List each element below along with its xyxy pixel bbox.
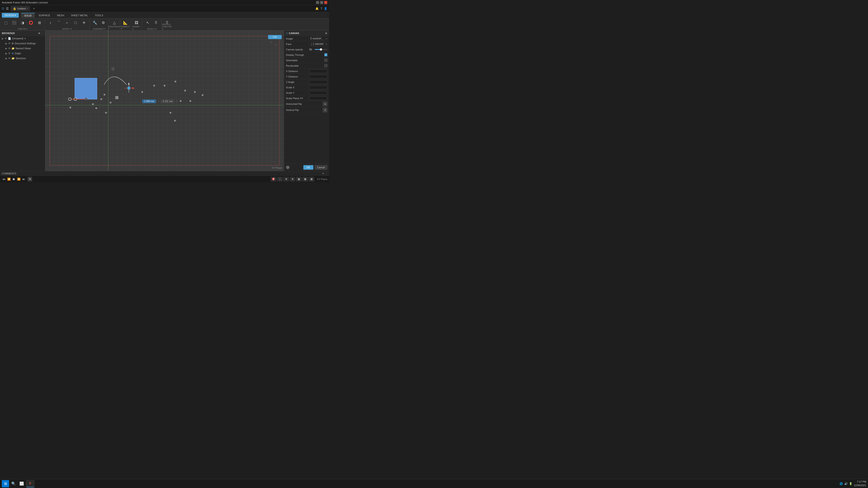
- select-btn[interactable]: ↖: [144, 18, 152, 27]
- display-through-label: Display Through: [286, 54, 304, 56]
- handle-left[interactable]: [68, 98, 71, 101]
- x-dim-options[interactable]: ⋮: [157, 99, 160, 103]
- playback-stop[interactable]: ⏹: [12, 177, 16, 181]
- dimension-x-input[interactable]: -2.909 mm ⋮ -0.101 mm ⋮: [143, 99, 179, 103]
- tab-mesh[interactable]: MESH: [54, 13, 67, 18]
- browser-item-named-views[interactable]: ▶ 👁 📁 Named Views: [0, 46, 45, 51]
- comments-collapse-icon[interactable]: ⋮: [325, 172, 327, 175]
- grid-button[interactable]: ▦: [303, 177, 308, 182]
- browser-header: BROWSER ◀ ⋮: [0, 31, 45, 36]
- assemble-btn1[interactable]: 🔧: [91, 18, 99, 27]
- image-file-ref[interactable]: 🗒 result.brf ...: [309, 37, 325, 40]
- info-icon[interactable]: ⓘ: [286, 166, 289, 169]
- canvas-panel-icon: ◻: [286, 32, 288, 35]
- y-distance-input[interactable]: -0.101 mm: [309, 75, 327, 78]
- display-through-checkbox[interactable]: [324, 53, 327, 56]
- browser-collapse-icon[interactable]: ◀: [38, 32, 40, 35]
- renderable-checkbox[interactable]: [324, 64, 327, 67]
- pattern-button[interactable]: ⊞: [35, 18, 43, 27]
- panel-row-scale-x: Scale X 1.00: [284, 85, 329, 90]
- press-pull-button[interactable]: ↕: [46, 18, 55, 27]
- insert-label: INSERT ▾: [132, 26, 141, 30]
- vertical-flip-button[interactable]: ⇕: [323, 108, 327, 112]
- handle-center[interactable]: [85, 98, 87, 100]
- playback-first[interactable]: ⏮: [2, 177, 6, 181]
- tab-tools[interactable]: TOOLS: [92, 13, 106, 18]
- select-dropdown[interactable]: ⠿: [152, 18, 160, 27]
- browser-item-sketches[interactable]: ▶ 👁 📁 Sketches: [0, 56, 45, 61]
- fillet-button[interactable]: ⌒: [55, 18, 63, 27]
- tab-solid[interactable]: SOLID: [21, 13, 35, 18]
- comments-settings-icon[interactable]: ●: [322, 172, 324, 175]
- collaboration-icon[interactable]: 🔔: [315, 7, 319, 10]
- close-button[interactable]: ×: [324, 1, 327, 4]
- dot-5: [105, 112, 107, 113]
- braille-label: BRAILLE CREATOR ▾: [162, 23, 172, 30]
- playback-next[interactable]: ⏩: [17, 177, 21, 181]
- x-distance-field[interactable]: -2.909 mm: [143, 100, 156, 103]
- expand-arrow-origin: ▶: [5, 52, 7, 55]
- red-constraint-line: [71, 99, 85, 99]
- y-distance-field[interactable]: -0.101 mm: [161, 100, 175, 103]
- construct-section: △ CONSTRUCT ▾: [110, 20, 120, 29]
- browser-more-icon[interactable]: ⋮: [41, 32, 43, 35]
- browser-item-unsaved[interactable]: ▶ 👁 📄 (Unsaved) ●: [0, 36, 45, 41]
- scale-button[interactable]: ✛: [80, 18, 88, 27]
- document-tab[interactable]: 🔒 Untitled ×: [11, 6, 30, 11]
- scale-plane-xy-input[interactable]: 1.00: [309, 96, 327, 100]
- display-mode-button[interactable]: □: [277, 177, 283, 182]
- face-clear-icon[interactable]: ×: [326, 43, 327, 45]
- view-cube-top[interactable]: TOP: [268, 35, 282, 39]
- hole-button[interactable]: ⭕: [27, 18, 35, 27]
- panel-row-display-through: Display Through: [284, 52, 329, 58]
- scale-x-input[interactable]: 1.00: [309, 86, 327, 89]
- x-distance-input[interactable]: -2.909 mm: [309, 69, 327, 73]
- dot-10: [175, 80, 176, 83]
- grid-snap-button[interactable]: 🎯: [271, 177, 276, 182]
- orbit-button[interactable]: ⊕: [283, 177, 289, 182]
- minimize-button[interactable]: ─: [316, 1, 319, 4]
- gear-icon-doc-settings: ⚙: [11, 42, 14, 45]
- selectable-checkbox[interactable]: [324, 59, 327, 62]
- add-tab-button[interactable]: +: [33, 6, 35, 11]
- horizontal-flip-button[interactable]: ⇔: [323, 102, 327, 106]
- move-widget[interactable]: [122, 81, 135, 95]
- zoom-button[interactable]: ⊕: [290, 177, 295, 182]
- scale-y-input[interactable]: 1.00: [309, 91, 327, 95]
- browser-item-document-settings[interactable]: ▶ 👁 ⚙ Document Settings: [0, 41, 45, 46]
- environment-button[interactable]: ▦: [309, 177, 314, 182]
- image-clear-icon[interactable]: ×: [326, 37, 327, 40]
- cancel-button[interactable]: Cancel: [315, 165, 327, 170]
- browser-item-origin[interactable]: ▶ 👁 ⊕ Origin: [0, 51, 45, 56]
- menu-icon-hamburger[interactable]: ☰: [6, 7, 9, 10]
- z-angle-input[interactable]: 0.0 deg: [309, 80, 327, 84]
- new-component-button[interactable]: ⬚: [2, 18, 10, 27]
- playback-last[interactable]: ⏭: [22, 177, 26, 181]
- chamfer-button[interactable]: ⌐: [63, 18, 71, 27]
- panel-expand-icon[interactable]: ▶: [326, 32, 327, 35]
- extrude-button[interactable]: ⬛: [10, 18, 18, 27]
- timeline-icon[interactable]: ⊞: [28, 177, 32, 182]
- ok-button[interactable]: OK: [303, 165, 313, 170]
- tab-sheet-metal[interactable]: SHEET METAL: [68, 13, 91, 18]
- canvas-viewport[interactable]: -2.909 mm ⋮ -0.101 mm ⋮ TOP Z←: [45, 31, 284, 171]
- y-dim-options[interactable]: ⋮: [176, 99, 179, 103]
- revolve-button[interactable]: ◑: [19, 18, 27, 27]
- face-selected-text: 1 selected: [313, 43, 323, 45]
- user-icon[interactable]: 👤: [324, 7, 327, 10]
- design-dropdown[interactable]: DESIGN ▾: [2, 13, 19, 18]
- assemble-btn2[interactable]: ⚙: [99, 18, 107, 27]
- shell-button[interactable]: □: [71, 18, 80, 27]
- help-icon[interactable]: ?: [320, 7, 322, 10]
- face-selected-badge: ◻ 1 selected: [309, 42, 325, 46]
- maximize-button[interactable]: □: [320, 1, 323, 4]
- opacity-thumb[interactable]: [320, 48, 322, 51]
- view-cube[interactable]: TOP Z← →Y: [268, 35, 282, 46]
- scale-x-label: Scale X: [286, 86, 294, 89]
- document-tab-close[interactable]: ×: [26, 7, 28, 10]
- tab-surface[interactable]: SURFACE: [35, 13, 53, 18]
- opacity-track[interactable]: [315, 49, 327, 50]
- braille-creator-section: ⠿ BRAILLE CREATOR ▾: [163, 20, 173, 29]
- view-layout-button[interactable]: ▦: [296, 177, 302, 182]
- playback-prev[interactable]: ⏪: [7, 177, 11, 181]
